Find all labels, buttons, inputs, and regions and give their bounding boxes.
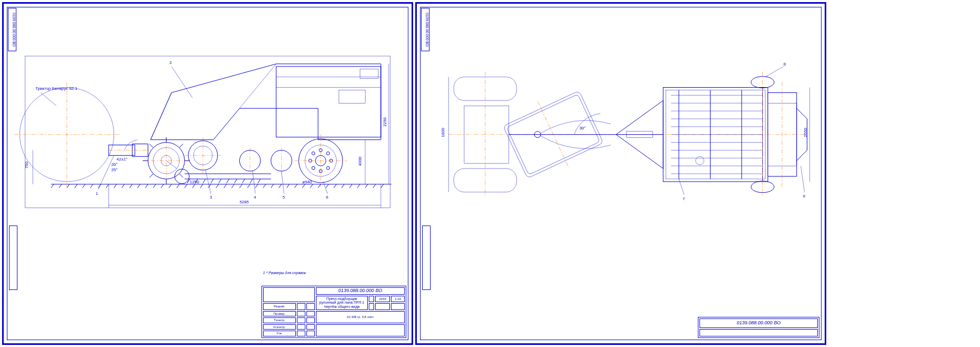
svg-rect-0 — [25, 56, 390, 208]
svg-line-34 — [302, 184, 305, 188]
callout-2: 2 — [170, 60, 172, 65]
dim-rear-h: 4000 — [358, 156, 362, 166]
callout-1: 1 — [96, 191, 98, 196]
callout-5: 5 — [283, 195, 285, 200]
svg-line-32 — [287, 184, 290, 188]
svg-line-5 — [74, 184, 77, 188]
svg-line-14 — [145, 184, 148, 188]
svg-line-15 — [153, 184, 156, 188]
svg-line-44 — [381, 184, 384, 188]
callout-3: 3 — [210, 195, 212, 200]
svg-line-9 — [106, 184, 109, 188]
svg-line-84 — [258, 179, 260, 183]
sheet-top-view: 0139.088.00.000 ВО 30° — [415, 2, 826, 345]
svg-line-18 — [177, 184, 180, 188]
svg-line-25 — [232, 184, 235, 188]
svg-point-109 — [326, 166, 330, 170]
svg-line-77 — [203, 179, 206, 183]
svg-line-63 — [150, 174, 153, 177]
callout-7: 7 — [683, 196, 685, 201]
svg-point-150 — [696, 156, 704, 165]
svg-line-35 — [310, 184, 313, 188]
svg-line-42 — [365, 184, 368, 188]
svg-point-111 — [312, 152, 315, 155]
svg-line-43 — [373, 184, 376, 188]
svg-line-38 — [334, 184, 337, 188]
callout-4: 4 — [254, 195, 256, 200]
svg-line-7 — [90, 184, 93, 188]
svg-line-4 — [67, 184, 69, 188]
svg-rect-90 — [339, 90, 366, 103]
svg-line-16 — [161, 184, 164, 188]
svg-line-28 — [255, 184, 258, 188]
dim-wheel-dia: ø940 — [302, 180, 312, 184]
svg-line-36 — [318, 184, 321, 188]
svg-line-82 — [242, 179, 245, 183]
svg-line-6 — [82, 184, 85, 188]
svg-line-130 — [616, 135, 663, 168]
svg-line-97 — [253, 171, 255, 194]
svg-line-19 — [184, 184, 187, 188]
tb-scale: 1:10 — [391, 296, 405, 303]
svg-line-37 — [326, 184, 329, 188]
svg-point-110 — [312, 166, 315, 170]
svg-line-21 — [200, 184, 203, 188]
svg-point-108 — [326, 152, 330, 155]
svg-line-23 — [216, 184, 219, 188]
svg-line-24 — [224, 184, 227, 188]
svg-line-30 — [271, 184, 274, 188]
dim-length: 5285 — [239, 200, 249, 204]
svg-line-79 — [219, 179, 221, 183]
label-tractor: Трактор Беларус 82.1 — [35, 86, 78, 91]
svg-line-129 — [616, 100, 663, 134]
dim-hitch-h: 750 — [24, 161, 29, 168]
svg-line-78 — [211, 179, 213, 183]
svg-line-40 — [349, 184, 352, 188]
svg-line-59 — [179, 144, 183, 148]
svg-line-112 — [323, 182, 328, 194]
dim-height: 2250 — [382, 117, 387, 127]
dim-width: 2650 — [803, 127, 808, 137]
svg-line-83 — [250, 179, 253, 183]
callout-8: 8 — [783, 62, 786, 67]
svg-line-10 — [114, 184, 117, 188]
svg-line-11 — [122, 184, 125, 188]
svg-line-92 — [172, 67, 193, 98]
callout-9: 9 — [803, 194, 806, 199]
svg-line-13 — [137, 184, 140, 188]
dim-angle3: 25° — [111, 167, 118, 172]
tb2-code: 0139.088.00.000 ВО — [699, 318, 818, 328]
svg-line-41 — [357, 184, 360, 188]
svg-line-65 — [150, 144, 153, 148]
title-block-1: 0139.088.00.000 ВО Пресс-подборщик рулон… — [262, 286, 406, 338]
svg-line-20 — [192, 184, 195, 188]
dim-track: 1800 — [441, 127, 445, 137]
dim-wheel-dist: 1250 — [190, 180, 199, 184]
callout-6: 6 — [326, 195, 329, 200]
sheet-side-view: 0139.088.00.000 ВО — [2, 2, 413, 345]
svg-line-48 — [41, 92, 57, 106]
tb-mass: 2150 — [375, 296, 390, 303]
svg-line-26 — [239, 184, 242, 188]
svg-line-29 — [263, 184, 266, 188]
svg-line-27 — [247, 184, 250, 188]
tb-sheet: А1 6/В гр. 3,8 лист — [316, 311, 405, 323]
svg-line-3 — [59, 184, 62, 188]
svg-line-154 — [801, 166, 805, 192]
svg-line-17 — [169, 184, 172, 188]
tb-name: Пресс-подборщик рулонный для льна ПРЛ-1 … — [316, 296, 368, 310]
note-1: 1 * Размеры для справок — [263, 271, 306, 275]
svg-line-31 — [279, 184, 282, 188]
svg-line-80 — [227, 179, 229, 183]
dim-swing: 30° — [580, 126, 586, 130]
dim-angle2: 20° — [111, 162, 118, 167]
svg-line-98 — [282, 171, 284, 194]
svg-line-85 — [151, 92, 172, 139]
svg-line-33 — [294, 184, 297, 188]
svg-line-61 — [179, 174, 183, 177]
tb-code: 0139.088.00.000 ВО — [316, 287, 405, 295]
title-block-2: 0139.088.00.000 ВО — [698, 317, 819, 338]
svg-line-39 — [342, 184, 344, 188]
dim-angle1: 42±1° — [117, 157, 128, 162]
svg-rect-121 — [454, 168, 517, 192]
